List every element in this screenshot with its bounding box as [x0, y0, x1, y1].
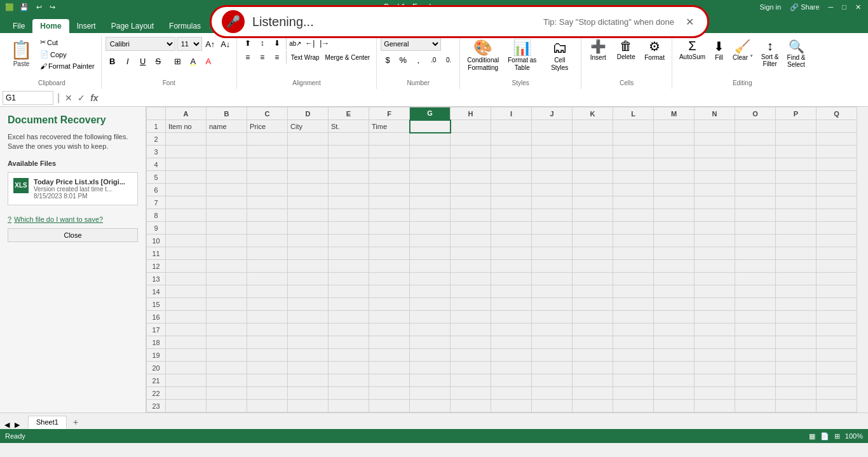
cell-N4[interactable] [695, 158, 735, 171]
cell-L13[interactable] [613, 273, 654, 285]
cell-O12[interactable] [735, 260, 776, 273]
strikethrough-button[interactable]: S [151, 54, 165, 68]
cell-N5[interactable] [695, 171, 735, 184]
cell-G14[interactable] [410, 285, 451, 298]
autosum-button[interactable]: Σ AutoSum [676, 37, 709, 62]
cell-J16[interactable] [532, 311, 573, 324]
cell-M11[interactable] [654, 247, 695, 260]
cell-O15[interactable] [735, 298, 776, 311]
cell-E1[interactable]: St. [329, 120, 369, 133]
cell-A21[interactable] [166, 374, 207, 387]
cell-G19[interactable] [410, 349, 451, 362]
cell-H21[interactable] [451, 374, 491, 387]
cell-D2[interactable] [288, 133, 329, 146]
cell-J13[interactable] [532, 273, 573, 285]
merge-center-button[interactable]: Merge & Center [323, 51, 373, 64]
cell-G20[interactable] [410, 362, 451, 374]
cell-J12[interactable] [532, 260, 573, 273]
cell-P3[interactable] [776, 146, 817, 158]
cell-N7[interactable] [695, 196, 735, 209]
cell-G13[interactable] [410, 273, 451, 285]
cell-P11[interactable] [776, 247, 817, 260]
fill-button[interactable]: ⬇ Fill [710, 37, 728, 63]
cell-L18[interactable] [613, 336, 654, 349]
cell-H4[interactable] [451, 158, 491, 171]
view-normal-icon[interactable]: ▦ [809, 432, 815, 440]
cell-C14[interactable] [247, 285, 288, 298]
cell-D13[interactable] [288, 273, 329, 285]
cell-D11[interactable] [288, 247, 329, 260]
cell-P10[interactable] [776, 235, 817, 247]
col-header-f[interactable]: F [369, 107, 410, 120]
cell-H3[interactable] [451, 146, 491, 158]
cell-D7[interactable] [288, 196, 329, 209]
cell-O13[interactable] [735, 273, 776, 285]
col-header-o[interactable]: O [735, 107, 776, 120]
row-header-17[interactable]: 17 [147, 324, 166, 336]
text-orientation-button[interactable]: ab↗ [288, 37, 302, 50]
cell-E14[interactable] [329, 285, 369, 298]
cell-G15[interactable] [410, 298, 451, 311]
cell-D16[interactable] [288, 311, 329, 324]
cell-O23[interactable] [735, 400, 776, 413]
cell-H13[interactable] [451, 273, 491, 285]
cell-O1[interactable] [735, 120, 776, 133]
col-header-b[interactable]: B [207, 107, 247, 120]
cell-P16[interactable] [776, 311, 817, 324]
cell-H8[interactable] [451, 209, 491, 222]
close-button[interactable]: ✕ [853, 3, 863, 12]
insert-cells-button[interactable]: ➕ Insert [585, 37, 611, 63]
quick-save[interactable]: 💾 [18, 3, 31, 12]
row-header-15[interactable]: 15 [147, 298, 166, 311]
cell-F6[interactable] [369, 184, 410, 196]
cell-L17[interactable] [613, 324, 654, 336]
find-select-button[interactable]: 🔍 Find &Select [784, 37, 809, 70]
cell-B7[interactable] [207, 196, 247, 209]
cell-K5[interactable] [573, 171, 613, 184]
cell-K8[interactable] [573, 209, 613, 222]
cell-K23[interactable] [573, 400, 613, 413]
cell-M12[interactable] [654, 260, 695, 273]
cell-D19[interactable] [288, 349, 329, 362]
grid-scroll-area[interactable]: A B C D E F G H I J K L M N O [146, 107, 868, 413]
cell-reference-input[interactable] [3, 91, 53, 105]
cell-Q11[interactable] [817, 247, 857, 260]
cell-F23[interactable] [369, 400, 410, 413]
recovery-help-link[interactable]: ? Which file do I want to save? [8, 215, 138, 223]
row-header-18[interactable]: 18 [147, 336, 166, 349]
col-header-k[interactable]: K [573, 107, 613, 120]
row-header-16[interactable]: 16 [147, 311, 166, 324]
cell-E15[interactable] [329, 298, 369, 311]
cell-P5[interactable] [776, 171, 817, 184]
cell-I19[interactable] [491, 349, 532, 362]
cell-M9[interactable] [654, 222, 695, 235]
row-header-22[interactable]: 22 [147, 387, 166, 400]
cell-L23[interactable] [613, 400, 654, 413]
row-header-8[interactable]: 8 [147, 209, 166, 222]
cell-J2[interactable] [532, 133, 573, 146]
font-size-select[interactable]: 11 [177, 37, 202, 51]
cell-O18[interactable] [735, 336, 776, 349]
cell-M10[interactable] [654, 235, 695, 247]
wrap-text-button[interactable]: Text Wrap [288, 51, 322, 64]
cell-C12[interactable] [247, 260, 288, 273]
cell-B23[interactable] [207, 400, 247, 413]
cell-L21[interactable] [613, 374, 654, 387]
cell-Q8[interactable] [817, 209, 857, 222]
cell-F13[interactable] [369, 273, 410, 285]
cell-F20[interactable] [369, 362, 410, 374]
cell-I4[interactable] [491, 158, 532, 171]
cell-Q23[interactable] [817, 400, 857, 413]
cell-Q5[interactable] [817, 171, 857, 184]
cell-E4[interactable] [329, 158, 369, 171]
fill-color-button[interactable]: A [186, 54, 200, 68]
col-header-q[interactable]: Q [817, 107, 857, 120]
cell-E6[interactable] [329, 184, 369, 196]
conditional-formatting-button[interactable]: 🎨 ConditionalFormatting [464, 37, 502, 74]
cell-I1[interactable] [491, 120, 532, 133]
cell-I20[interactable] [491, 362, 532, 374]
cell-I8[interactable] [491, 209, 532, 222]
cell-F19[interactable] [369, 349, 410, 362]
cell-D18[interactable] [288, 336, 329, 349]
cell-P23[interactable] [776, 400, 817, 413]
